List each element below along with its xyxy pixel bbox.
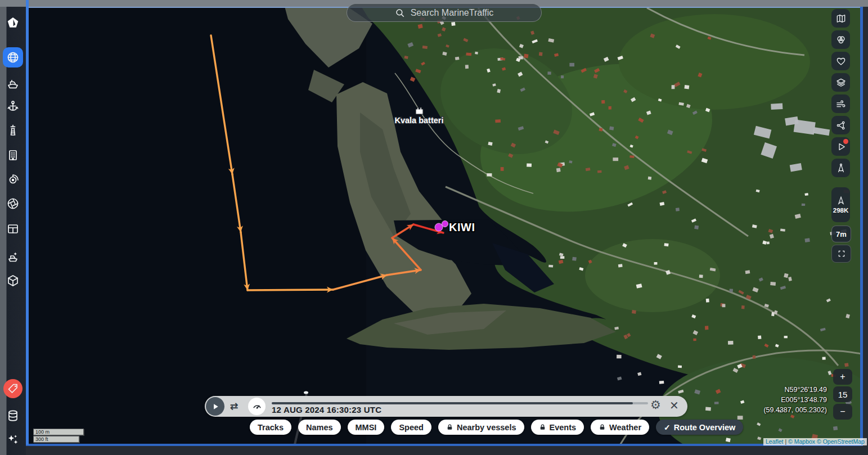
sidebar-item-vessels-ship[interactable] bbox=[6, 76, 20, 91]
scale-imperial: 300 ft bbox=[33, 436, 79, 443]
frame-border-bottom bbox=[26, 444, 863, 446]
sidebar-item-live-radar[interactable] bbox=[6, 172, 20, 187]
ai-sparkles-icon bbox=[6, 433, 20, 447]
lock-icon bbox=[446, 424, 453, 431]
playback-speed-button[interactable] bbox=[248, 398, 266, 415]
search-icon bbox=[395, 8, 405, 18]
playback-bar: ⇄ 12 AUG 2024 16:30:23 UTC ⚙ ✕ bbox=[205, 396, 687, 417]
direction-toggle[interactable]: ⇄ bbox=[230, 400, 238, 412]
play-icon bbox=[212, 403, 219, 411]
map-scale: 100 m 300 ft bbox=[33, 429, 84, 443]
coord-dms-lon: E005°13'48.79 bbox=[714, 395, 827, 405]
sidebar-item-companies-building[interactable] bbox=[6, 148, 20, 163]
coord-decimal: (59.4387, 005.2302) bbox=[714, 405, 827, 415]
notification-dot bbox=[843, 139, 848, 144]
vessel-count-panel[interactable]: 298K bbox=[831, 187, 850, 222]
measure-compass-button[interactable] bbox=[831, 159, 850, 177]
depth-button[interactable]: 7m bbox=[831, 226, 851, 242]
check-icon: ✓ bbox=[664, 423, 671, 432]
sidebar-item-satellite-aperture[interactable] bbox=[6, 196, 20, 211]
fullscreen-icon bbox=[837, 249, 846, 258]
sidebar-item-port-calls-ship[interactable] bbox=[6, 250, 20, 264]
sidebar-item-marinetraffic-logo[interactable] bbox=[6, 16, 20, 30]
toggle-events[interactable]: Events bbox=[531, 420, 584, 435]
vessel-count: 298K bbox=[833, 207, 849, 214]
lighthouse-icon bbox=[6, 124, 20, 137]
north-arrow-icon bbox=[836, 196, 846, 206]
marinetraffic-logo-icon bbox=[6, 16, 20, 30]
favorites-heart-icon bbox=[835, 56, 847, 67]
wind-icon bbox=[835, 98, 847, 110]
toggle-names[interactable]: Names bbox=[298, 420, 341, 435]
sidebar-item-ports-anchor[interactable] bbox=[6, 99, 20, 114]
playback-close-button[interactable]: ✕ bbox=[669, 399, 679, 412]
frame-border-right bbox=[860, 7, 863, 445]
sidebar-item-news-table[interactable] bbox=[6, 222, 20, 236]
explore-globe-icon bbox=[6, 51, 20, 64]
routes-network-button[interactable] bbox=[831, 116, 850, 134]
cube-3d-icon bbox=[6, 274, 20, 287]
playback-settings-button[interactable]: ⚙ bbox=[650, 398, 661, 412]
lock-icon bbox=[539, 424, 546, 431]
map-style-icon bbox=[835, 13, 847, 24]
toggle-mmsi[interactable]: MMSI bbox=[348, 420, 385, 435]
zoom-level: 15 bbox=[833, 386, 852, 402]
sidebar-item-ai-sparkles[interactable] bbox=[6, 433, 20, 447]
companies-building-icon bbox=[6, 148, 20, 162]
layer-toggles: TracksNamesMMSISpeedNearby vesselsEvents… bbox=[250, 420, 743, 435]
filters-venn-icon bbox=[835, 34, 847, 46]
wind-button[interactable] bbox=[831, 94, 850, 113]
satellite-aperture-icon bbox=[6, 197, 20, 210]
sidebar-item-lighthouse[interactable] bbox=[6, 123, 20, 138]
playback-play-button[interactable] bbox=[831, 137, 850, 156]
play-button[interactable] bbox=[206, 397, 224, 416]
ports-anchor-icon bbox=[6, 100, 20, 113]
coord-dms-lat: N59°26'19.49 bbox=[714, 385, 827, 395]
zoom-control: + 15 − bbox=[833, 369, 852, 420]
routes-network-icon bbox=[835, 120, 847, 131]
layers-button[interactable] bbox=[831, 73, 850, 92]
scale-metric: 100 m bbox=[33, 429, 84, 435]
playback-progress-track[interactable] bbox=[272, 402, 648, 404]
toggle-weather[interactable]: Weather bbox=[591, 420, 649, 435]
zoom-in-button[interactable]: + bbox=[833, 369, 852, 385]
frame-border-left bbox=[26, 0, 29, 445]
zoom-out-button[interactable]: − bbox=[833, 404, 852, 420]
leaflet-link[interactable]: Leaflet bbox=[766, 438, 784, 445]
satellite-map: KIWIKvala batteri bbox=[29, 8, 860, 444]
search-input[interactable]: Search MarineTraffic bbox=[347, 3, 542, 22]
sidebar-item-explore-globe[interactable] bbox=[3, 47, 23, 67]
toggle-speed[interactable]: Speed bbox=[391, 420, 431, 435]
live-radar-icon bbox=[6, 173, 20, 186]
osm-link[interactable]: © OpenStreetMap bbox=[817, 438, 865, 445]
data-database-icon bbox=[6, 409, 20, 422]
map-style-button[interactable] bbox=[831, 9, 850, 28]
search-placeholder: Search MarineTraffic bbox=[411, 8, 494, 18]
favorites-heart-button[interactable] bbox=[831, 52, 850, 70]
filters-venn-button[interactable] bbox=[831, 30, 850, 49]
fullscreen-button[interactable] bbox=[831, 245, 851, 263]
poi-label-kvala-batteri: Kvala batteri bbox=[394, 116, 443, 125]
news-table-icon bbox=[6, 222, 20, 236]
left-sidebar bbox=[0, 7, 26, 455]
layers-icon bbox=[835, 77, 847, 88]
playback-timestamp: 12 AUG 2024 16:30:23 UTC bbox=[272, 405, 381, 415]
vessels-ship-icon bbox=[6, 77, 20, 91]
measure-compass-icon bbox=[835, 163, 847, 174]
sidebar-item-cube-3d[interactable] bbox=[6, 273, 20, 288]
sidebar-item-offers-tag[interactable] bbox=[3, 379, 23, 398]
toggle-nearby-vessels[interactable]: Nearby vessels bbox=[438, 420, 524, 435]
sidebar-item-data-database[interactable] bbox=[6, 408, 20, 423]
playback-progress-fill bbox=[272, 402, 633, 404]
lock-icon bbox=[599, 424, 606, 431]
offers-tag-icon bbox=[6, 382, 20, 395]
map-attribution: Leaflet | © Mapbox © OpenStreetMap bbox=[763, 438, 867, 445]
map-canvas[interactable]: KIWIKvala batteri bbox=[29, 7, 860, 445]
vessel-label-kiwi[interactable]: KIWI bbox=[449, 221, 475, 233]
cursor-coordinates: N59°26'19.49 E005°13'48.79 (59.4387, 005… bbox=[714, 385, 827, 415]
toggle-route-overview[interactable]: ✓Route Overview bbox=[656, 420, 743, 435]
speedometer-icon bbox=[251, 400, 263, 413]
port-calls-ship-icon bbox=[6, 250, 20, 264]
mapbox-link[interactable]: © Mapbox bbox=[788, 438, 815, 445]
toggle-tracks[interactable]: Tracks bbox=[250, 420, 291, 435]
